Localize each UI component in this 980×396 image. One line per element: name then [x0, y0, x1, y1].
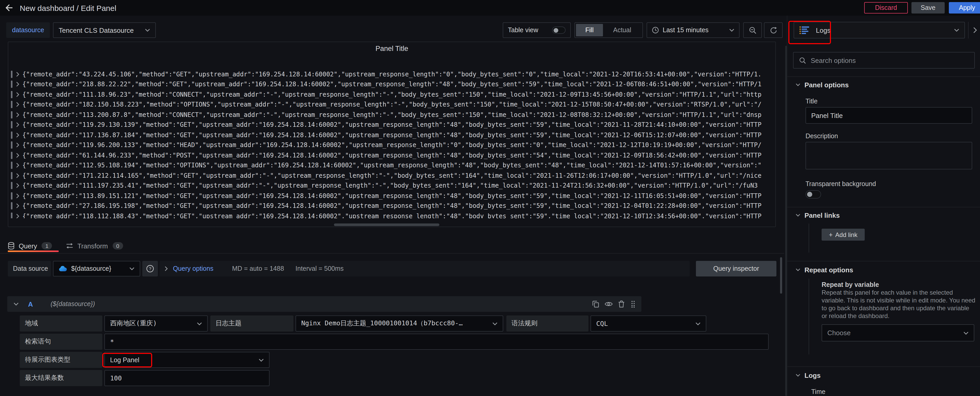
chevron-right-icon[interactable]	[165, 266, 168, 271]
chevron-down-icon	[129, 267, 135, 270]
table-view-label: Table view	[508, 27, 538, 34]
log-row[interactable]: {"remote_addr":"117.136.87.184","method"…	[10, 130, 774, 140]
log-line-text: {"remote_addr":"117.136.87.184","method"…	[22, 131, 762, 139]
log-row[interactable]: {"remote_addr":"113.89.151.121","method"…	[10, 191, 774, 201]
discard-button[interactable]: Discard	[864, 2, 908, 13]
log-level-bar	[11, 212, 13, 219]
log-row[interactable]: {"remote_addr":"112.95.108.194","method"…	[10, 160, 774, 171]
eye-icon[interactable]	[605, 301, 613, 307]
log-row[interactable]: {"remote_addr":"171.212.114.165","method…	[10, 171, 774, 180]
expand-chevron-icon[interactable]	[16, 163, 19, 168]
expand-chevron-icon[interactable]	[16, 183, 19, 188]
log-row[interactable]: {"remote_addr":"119.29.130.139","method"…	[10, 120, 774, 130]
syntax-field-label: 语法规则	[506, 315, 589, 332]
expand-chevron-icon[interactable]	[16, 112, 19, 117]
expand-chevron-icon[interactable]	[16, 173, 19, 178]
log-row[interactable]: {"remote_addr":"43.224.45.106","method":…	[10, 69, 774, 79]
add-link-button[interactable]: + Add link	[822, 229, 865, 241]
query-inspector-button[interactable]: Query inspector	[696, 261, 776, 276]
help-icon: ?	[146, 265, 154, 273]
apply-button[interactable]: Apply	[949, 2, 980, 13]
left-pane-scrollbar[interactable]	[780, 257, 782, 294]
log-row[interactable]: {"remote_addr":"119.96.200.133","method"…	[10, 140, 774, 150]
log-line-text: {"remote_addr":"113.89.151.121","method"…	[22, 192, 762, 200]
expand-chevron-icon[interactable]	[16, 82, 19, 87]
fill-segment[interactable]: Fill	[576, 24, 603, 37]
trash-icon[interactable]	[618, 300, 625, 308]
save-button[interactable]: Save	[912, 2, 945, 13]
back-arrow-icon[interactable]	[4, 3, 13, 13]
section-logs[interactable]: Logs	[795, 371, 821, 379]
tab-query[interactable]: Query 1	[8, 240, 52, 252]
expand-chevron-icon[interactable]	[16, 133, 19, 138]
copy-icon[interactable]	[592, 300, 599, 308]
log-row[interactable]: {"remote_addr":"27.186.195.198","method"…	[10, 201, 774, 211]
breadcrumb[interactable]: New dashboard / Edit Panel	[20, 3, 116, 12]
section-panel-options[interactable]: Panel options	[795, 81, 849, 89]
max-results-input[interactable]: 100	[104, 370, 270, 386]
region-select[interactable]: 西南地区(重庆)	[104, 315, 208, 332]
expand-chevron-icon[interactable]	[16, 102, 19, 107]
panel-title-input[interactable]: Panel Title	[805, 107, 972, 124]
interval-text: Interval = 500ms	[296, 265, 344, 272]
expand-chevron-icon[interactable]	[16, 122, 19, 128]
query-options-link[interactable]: Query options	[173, 265, 213, 272]
search-statement-input[interactable]: *	[104, 334, 768, 350]
expand-chevron-icon[interactable]	[16, 143, 19, 148]
options-pane-collapse-button[interactable]	[970, 26, 979, 35]
database-icon	[8, 242, 14, 249]
table-view-toggle[interactable]	[552, 27, 566, 34]
horizontal-scrollbar-thumb[interactable]	[334, 224, 439, 226]
log-level-bar	[11, 172, 13, 179]
section-divider	[788, 366, 980, 367]
log-row[interactable]: {"remote_addr":"61.144.96.233","method":…	[10, 150, 774, 160]
description-textarea[interactable]	[805, 142, 972, 169]
query-row-header[interactable]: A (${datasource})	[7, 296, 641, 312]
options-search-input[interactable]: Search options	[793, 52, 975, 69]
expand-chevron-icon[interactable]	[16, 72, 19, 77]
chart-type-select[interactable]: Log Panel	[104, 352, 270, 368]
expand-chevron-icon[interactable]	[16, 153, 19, 158]
chevron-down-icon	[795, 374, 800, 377]
section-panel-links[interactable]: Panel links	[795, 211, 840, 219]
transparent-background-toggle[interactable]	[805, 190, 821, 198]
expand-chevron-icon[interactable]	[16, 214, 19, 219]
visualization-picker[interactable]: Logs	[794, 22, 965, 38]
log-row[interactable]: {"remote_addr":"113.200.87.8","method":"…	[10, 110, 774, 120]
section-repeat-options[interactable]: Repeat options	[795, 265, 853, 274]
log-row[interactable]: {"remote_addr":"182.150.158.223","method…	[10, 99, 774, 110]
syntax-select[interactable]: CQL	[590, 315, 706, 332]
tab-transform[interactable]: Transform 0	[66, 240, 123, 252]
chevron-right-icon	[973, 27, 977, 33]
topic-select[interactable]: Nginx Demo日志主题_100001001014（b7bccc80-…	[296, 315, 503, 332]
zoom-out-button[interactable]	[743, 22, 762, 38]
actual-segment[interactable]: Actual	[603, 27, 641, 34]
help-button[interactable]: ?	[142, 261, 158, 276]
log-row[interactable]: {"remote_addr":"118.112.188.43","method"…	[10, 211, 774, 218]
log-row[interactable]: {"remote_addr":"111.18.96.23","method":"…	[10, 89, 774, 99]
log-row[interactable]: {"remote_addr":"111.197.235.41","method"…	[10, 180, 774, 191]
log-row[interactable]: {"remote_addr":"218.88.22.22","method":"…	[10, 79, 774, 89]
data-source-picker[interactable]: ${datasource}	[53, 261, 140, 276]
repeat-variable-select[interactable]: Choose	[822, 324, 974, 342]
expand-chevron-icon[interactable]	[16, 193, 19, 198]
refresh-icon	[769, 26, 777, 34]
chevron-down-icon[interactable]	[13, 302, 19, 306]
expand-chevron-icon[interactable]	[16, 203, 19, 209]
sidebar-scrollbar[interactable]	[785, 46, 787, 396]
datasource-variable-select[interactable]: Tencent CLS Datasource	[53, 22, 156, 38]
log-level-bar	[11, 131, 13, 139]
plus-icon: +	[829, 231, 833, 238]
refresh-button[interactable]	[764, 22, 783, 38]
log-level-bar	[11, 192, 13, 200]
time-range-picker[interactable]: Last 15 minutes	[647, 22, 740, 38]
expand-chevron-icon[interactable]	[16, 92, 19, 97]
region-field-label: 地域	[20, 315, 102, 332]
chart-type-value: Log Panel	[110, 356, 140, 364]
tabs-divider	[0, 253, 784, 254]
datasource-variable-chip[interactable]: datasource	[6, 22, 50, 38]
drag-handle-icon[interactable]	[631, 300, 635, 308]
tab-transform-count: 0	[113, 243, 123, 249]
panel-title[interactable]: Panel Title	[8, 45, 775, 53]
log-line-text: {"remote_addr":"111.197.235.41","method"…	[22, 182, 758, 189]
